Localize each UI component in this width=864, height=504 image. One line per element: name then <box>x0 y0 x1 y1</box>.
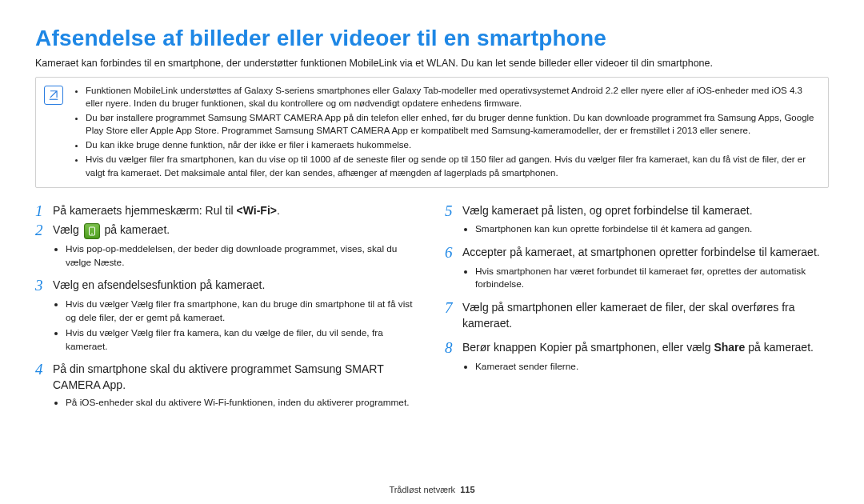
step-text: Accepter på kameraet, at smartphonen opr… <box>462 244 820 260</box>
step-4: 4 På din smartphone skal du aktivere pro… <box>35 361 419 394</box>
step-text-part: Vælg <box>53 223 82 236</box>
note-item: Funktionen MobileLink understøttes af Ga… <box>86 84 818 110</box>
bullet: Hvis du vælger Vælg filer fra smartphone… <box>66 298 419 324</box>
note-item: Du kan ikke bruge denne funktion, når de… <box>86 138 818 151</box>
step-number: 2 <box>35 222 53 240</box>
step-text: Vælg på kameraet. <box>53 222 170 238</box>
bullet: Hvis du vælger Vælg filer fra kamera, ka… <box>66 326 419 353</box>
bullet: Kameraet sender filerne. <box>475 360 829 374</box>
bullet-bold: Vælg filer fra smartphone <box>131 298 237 310</box>
step-2: 2 Vælg på kameraet. <box>35 222 419 240</box>
step-text-part: På kameraets hjemmeskærm: Rul til <box>53 204 237 217</box>
columns: 1 På kameraets hjemmeskærm: Rul til <Wi-… <box>35 202 829 418</box>
step-6-bullets: Hvis smartphonen har været forbundet til… <box>469 265 829 291</box>
bullet-text: Hvis du vælger <box>66 327 131 338</box>
mobilelink-icon <box>84 223 100 239</box>
note-list: Funktionen MobileLink understøttes af Ga… <box>73 84 818 179</box>
step-5-bullets: Smartphonen kan kun oprette forbindelse … <box>469 222 829 236</box>
step-number: 1 <box>35 202 53 221</box>
step-3-bullets: Hvis du vælger Vælg filer fra smartphone… <box>59 298 419 353</box>
step-bold: <Wi-Fi> <box>237 204 277 217</box>
bullet-bold: Næste <box>94 257 122 268</box>
page-footer: Trådløst netværk 115 <box>0 485 864 494</box>
bullet-text: . <box>122 257 124 268</box>
bullet-bold: Vælg filer fra kamera <box>131 327 218 338</box>
step-text: Vælg en afsendelsesfunktion på kameraet. <box>53 277 265 293</box>
footer-section: Trådløst netværk <box>389 485 455 494</box>
step-bold: Share <box>714 341 745 354</box>
bullet: Hvis smartphonen har været forbundet til… <box>475 265 829 291</box>
step-number: 4 <box>35 361 53 379</box>
column-right: 5 Vælg kameraet på listen, og opret forb… <box>445 202 829 418</box>
step-text: På kameraets hjemmeskærm: Rul til <Wi-Fi… <box>53 202 280 218</box>
step-text-part: på kameraet. <box>104 223 170 236</box>
step-5: 5 Vælg kameraet på listen, og opret forb… <box>445 202 829 221</box>
step-text: Vælg kameraet på listen, og opret forbin… <box>462 202 753 218</box>
step-number: 5 <box>445 202 462 221</box>
step-2-bullets: Hvis pop-op-meddelelsen, der beder dig d… <box>59 242 419 269</box>
note-box: Funktionen MobileLink understøttes af Ga… <box>35 77 829 188</box>
page-title: Afsendelse af billeder eller videoer til… <box>35 26 829 51</box>
step-text: Berør knappen Kopier på smartphonen, ell… <box>462 339 814 355</box>
step-text-part: på kameraet. <box>745 341 814 354</box>
bullet: Hvis pop-op-meddelelsen, der beder dig d… <box>66 242 419 269</box>
note-item: Hvis du vælger filer fra smartphonen, ka… <box>86 153 818 178</box>
step-8: 8 Berør knappen Kopier på smartphonen, e… <box>445 339 829 358</box>
step-number: 8 <box>445 339 462 358</box>
bullet: Smartphonen kan kun oprette forbindelse … <box>475 222 829 236</box>
svg-point-1 <box>91 233 93 234</box>
step-text: På din smartphone skal du aktivere progr… <box>53 361 419 394</box>
step-3: 3 Vælg en afsendelsesfunktion på kamerae… <box>35 277 419 295</box>
step-7: 7 Vælg på smartphonen eller kameraet de … <box>445 299 829 332</box>
step-text-part: Berør knappen Kopier på smartphonen, ell… <box>462 341 714 354</box>
document-page: Afsendelse af billeder eller videoer til… <box>0 0 864 504</box>
column-left: 1 På kameraets hjemmeskærm: Rul til <Wi-… <box>35 202 419 418</box>
step-number: 6 <box>445 244 462 262</box>
note-icon <box>44 86 63 105</box>
step-number: 3 <box>35 277 53 295</box>
step-6: 6 Accepter på kameraet, at smartphonen o… <box>445 244 829 262</box>
footer-page-number: 115 <box>460 485 474 494</box>
bullet: På iOS-enheder skal du aktivere Wi-Fi-fu… <box>66 396 419 410</box>
note-item: Du bør installere programmet Samsung SMA… <box>86 111 818 137</box>
step-8-bullets: Kameraet sender filerne. <box>469 360 829 374</box>
step-number: 7 <box>445 299 462 318</box>
bullet-text: Hvis du vælger <box>66 298 131 310</box>
step-4-bullets: På iOS-enheder skal du aktivere Wi-Fi-fu… <box>59 396 419 410</box>
intro-text: Kameraet kan forbindes til en smartphone… <box>35 58 829 69</box>
step-1: 1 På kameraets hjemmeskærm: Rul til <Wi-… <box>35 202 419 221</box>
step-text: Vælg på smartphonen eller kameraet de fi… <box>462 299 829 332</box>
step-text-part: . <box>277 204 280 217</box>
